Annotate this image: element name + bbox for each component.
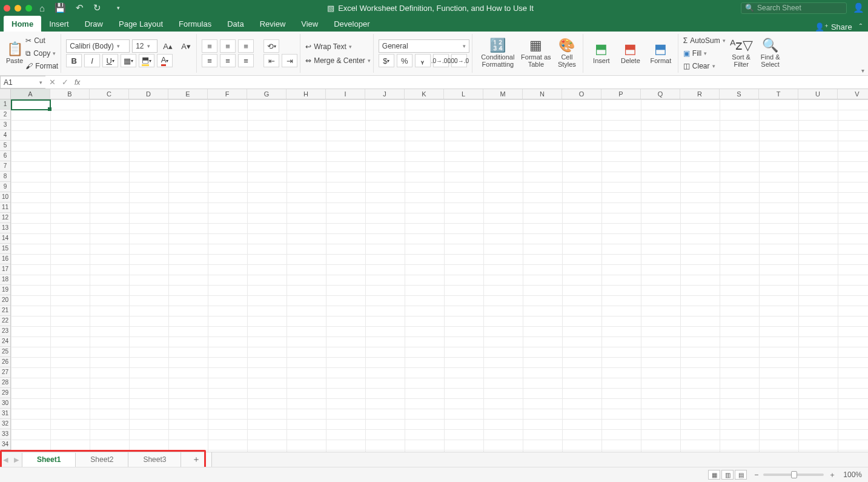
home-icon[interactable]: ⌂ bbox=[39, 3, 45, 13]
tab-data[interactable]: Data bbox=[219, 16, 251, 32]
paste-button[interactable]: 📋 Paste bbox=[6, 35, 23, 72]
col-header-C[interactable]: C bbox=[90, 89, 129, 99]
row-header-31[interactable]: 31 bbox=[0, 409, 10, 419]
sort-filter-button[interactable]: ᴬᴢ▽ Sort & Filter bbox=[728, 35, 755, 72]
save-icon[interactable]: 💾 bbox=[55, 2, 66, 13]
row-header-4[interactable]: 4 bbox=[0, 130, 10, 141]
zoom-out-button[interactable]: − bbox=[754, 470, 758, 479]
decrease-font-button[interactable]: A▾ bbox=[178, 39, 194, 53]
col-header-F[interactable]: F bbox=[208, 89, 247, 99]
search-input[interactable]: 🔍 Search Sheet bbox=[741, 2, 847, 14]
align-center-button[interactable]: ≡ bbox=[220, 54, 236, 67]
zoom-slider[interactable]: − ＋ bbox=[754, 470, 836, 480]
merge-center-button[interactable]: ⇔Merge & Center▾ bbox=[305, 54, 371, 67]
col-header-Q[interactable]: Q bbox=[641, 89, 680, 99]
tab-view[interactable]: View bbox=[293, 16, 326, 32]
tab-formulas[interactable]: Formulas bbox=[171, 16, 219, 32]
cancel-formula-icon[interactable]: ✕ bbox=[49, 78, 56, 87]
col-header-S[interactable]: S bbox=[720, 89, 759, 99]
currency-button[interactable]: $▾ bbox=[379, 54, 394, 67]
cell-area[interactable] bbox=[11, 99, 868, 455]
col-header-O[interactable]: O bbox=[562, 89, 601, 99]
zoom-level[interactable]: 100% bbox=[843, 470, 862, 479]
row-header-12[interactable]: 12 bbox=[0, 213, 10, 223]
undo-icon[interactable]: ↶ bbox=[76, 2, 84, 13]
row-header-26[interactable]: 26 bbox=[0, 357, 10, 367]
conditional-formatting-button[interactable]: 🔢 Conditional Formatting bbox=[477, 35, 518, 72]
col-header-T[interactable]: T bbox=[759, 89, 798, 99]
row-header-6[interactable]: 6 bbox=[0, 151, 10, 161]
tab-developer[interactable]: Developer bbox=[326, 16, 377, 32]
sheet-tab-1[interactable]: Sheet1 bbox=[22, 453, 76, 468]
col-header-U[interactable]: U bbox=[798, 89, 838, 99]
row-header-21[interactable]: 21 bbox=[0, 306, 10, 316]
col-header-V[interactable]: V bbox=[838, 89, 868, 99]
row-header-28[interactable]: 28 bbox=[0, 378, 10, 388]
account-icon[interactable]: 👤 bbox=[853, 2, 864, 13]
align-middle-button[interactable]: ≡ bbox=[220, 39, 236, 53]
italic-button[interactable]: I bbox=[84, 54, 100, 67]
row-header-25[interactable]: 25 bbox=[0, 347, 10, 357]
copy-button[interactable]: ⧉Copy▾ bbox=[25, 48, 58, 59]
select-all-corner[interactable] bbox=[0, 89, 11, 99]
font-size-select[interactable]: 12▾ bbox=[132, 39, 157, 53]
add-sheet-button[interactable]: ＋ bbox=[181, 452, 212, 467]
format-painter-button[interactable]: 🖌Format bbox=[25, 60, 58, 72]
row-header-11[interactable]: 11 bbox=[0, 203, 10, 213]
row-header-3[interactable]: 3 bbox=[0, 120, 10, 130]
zoom-in-button[interactable]: ＋ bbox=[829, 470, 836, 480]
cell-styles-button[interactable]: 🎨 Cell Styles bbox=[554, 35, 580, 72]
window-controls[interactable] bbox=[4, 5, 39, 12]
row-header-18[interactable]: 18 bbox=[0, 275, 10, 285]
tab-draw[interactable]: Draw bbox=[77, 16, 111, 32]
row-header-29[interactable]: 29 bbox=[0, 388, 10, 398]
align-left-button[interactable]: ≡ bbox=[202, 54, 217, 67]
underline-button[interactable]: U▾ bbox=[102, 54, 118, 67]
align-right-button[interactable]: ≡ bbox=[238, 54, 254, 67]
row-header-13[interactable]: 13 bbox=[0, 223, 10, 233]
insert-cells-button[interactable]: ⬒ Insert bbox=[588, 35, 615, 72]
col-header-I[interactable]: I bbox=[326, 89, 365, 99]
percent-button[interactable]: % bbox=[397, 54, 412, 67]
zoom-thumb[interactable] bbox=[791, 471, 797, 478]
collapse-ribbon-icon[interactable]: ˆ bbox=[860, 22, 862, 32]
col-header-A[interactable]: A bbox=[11, 89, 50, 99]
col-header-K[interactable]: K bbox=[405, 89, 444, 99]
find-select-button[interactable]: 🔍 Find & Select bbox=[757, 35, 784, 72]
format-cells-button[interactable]: ⬒ Format bbox=[646, 35, 675, 72]
sheet-nav-next[interactable]: ▶ bbox=[11, 456, 22, 464]
spreadsheet-grid[interactable]: ABCDEFGHIJKLMNOPQRSTUV 12345678910111213… bbox=[0, 89, 868, 455]
fill-color-button[interactable]: ⬒▾ bbox=[139, 54, 154, 67]
tab-insert[interactable]: Insert bbox=[41, 16, 77, 32]
clear-button[interactable]: ◫Clear▾ bbox=[683, 60, 726, 72]
row-header-17[interactable]: 17 bbox=[0, 264, 10, 275]
bold-button[interactable]: B bbox=[66, 54, 82, 67]
col-header-G[interactable]: G bbox=[247, 89, 287, 99]
page-layout-view-button[interactable]: ▥ bbox=[721, 470, 734, 480]
tab-page-layout[interactable]: Page Layout bbox=[111, 16, 171, 32]
sheet-tab-2[interactable]: Sheet2 bbox=[76, 452, 128, 467]
enter-formula-icon[interactable]: ✓ bbox=[62, 78, 68, 87]
row-header-20[interactable]: 20 bbox=[0, 295, 10, 306]
row-header-22[interactable]: 22 bbox=[0, 316, 10, 326]
sheet-tab-3[interactable]: Sheet3 bbox=[128, 452, 181, 467]
row-header-8[interactable]: 8 bbox=[0, 172, 10, 182]
ribbon-options-icon[interactable]: ▾ bbox=[861, 67, 864, 74]
decrease-decimal-button[interactable]: .00→.0 bbox=[451, 54, 467, 67]
maximize-window-icon[interactable] bbox=[25, 5, 32, 12]
cut-button[interactable]: ✂Cut bbox=[25, 35, 58, 47]
row-header-30[interactable]: 30 bbox=[0, 398, 10, 409]
col-header-D[interactable]: D bbox=[129, 89, 168, 99]
zoom-track[interactable] bbox=[763, 474, 824, 476]
active-cell[interactable] bbox=[11, 99, 51, 110]
number-format-select[interactable]: General▾ bbox=[379, 39, 469, 53]
col-header-J[interactable]: J bbox=[365, 89, 405, 99]
col-header-E[interactable]: E bbox=[168, 89, 208, 99]
minimize-window-icon[interactable] bbox=[15, 5, 21, 12]
orientation-button[interactable]: ⟲▾ bbox=[263, 39, 279, 53]
close-window-icon[interactable] bbox=[4, 5, 10, 12]
tab-review[interactable]: Review bbox=[252, 16, 294, 32]
row-header-15[interactable]: 15 bbox=[0, 244, 10, 254]
row-header-10[interactable]: 10 bbox=[0, 192, 10, 203]
fx-icon[interactable]: fx bbox=[75, 78, 80, 87]
